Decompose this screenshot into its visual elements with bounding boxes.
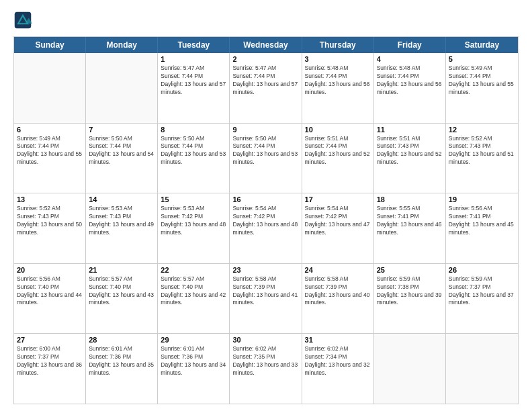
day-number: 19 xyxy=(449,195,515,203)
calendar-day-header: Saturday xyxy=(446,37,518,53)
day-number: 5 xyxy=(449,55,515,63)
day-number: 3 xyxy=(305,55,371,63)
calendar-day-cell: 5 Sunrise: 5:49 AMSunset: 7:44 PMDayligh… xyxy=(446,53,518,123)
day-number: 6 xyxy=(17,126,83,134)
calendar-day-cell: 31 Sunrise: 6:02 AMSunset: 7:34 PMDaylig… xyxy=(302,334,374,404)
day-info: Sunrise: 5:47 AMSunset: 7:44 PMDaylight:… xyxy=(161,64,226,97)
calendar-empty-cell xyxy=(14,53,86,123)
day-number: 28 xyxy=(89,336,154,344)
day-info: Sunrise: 5:57 AMSunset: 7:40 PMDaylight:… xyxy=(161,275,226,308)
day-info: Sunrise: 5:56 AMSunset: 7:40 PMDaylight:… xyxy=(17,275,83,308)
day-number: 22 xyxy=(161,266,226,274)
calendar-day-cell: 23 Sunrise: 5:58 AMSunset: 7:39 PMDaylig… xyxy=(230,264,302,334)
calendar-day-cell: 22 Sunrise: 5:57 AMSunset: 7:40 PMDaylig… xyxy=(158,264,230,334)
calendar-day-cell: 9 Sunrise: 5:50 AMSunset: 7:44 PMDayligh… xyxy=(230,124,302,193)
logo-icon xyxy=(13,11,32,30)
day-number: 12 xyxy=(449,126,515,134)
calendar-empty-cell xyxy=(86,53,158,123)
day-info: Sunrise: 5:50 AMSunset: 7:44 PMDaylight:… xyxy=(89,135,154,167)
day-number: 7 xyxy=(89,126,154,134)
calendar-day-cell: 24 Sunrise: 5:58 AMSunset: 7:39 PMDaylig… xyxy=(302,264,374,334)
calendar-week: 1 Sunrise: 5:47 AMSunset: 7:44 PMDayligh… xyxy=(14,53,518,124)
calendar-day-header: Monday xyxy=(86,37,158,53)
calendar-header: SundayMondayTuesdayWednesdayThursdayFrid… xyxy=(14,37,518,53)
calendar-day-cell: 18 Sunrise: 5:55 AMSunset: 7:41 PMDaylig… xyxy=(374,193,446,263)
day-info: Sunrise: 5:51 AMSunset: 7:44 PMDaylight:… xyxy=(305,135,371,167)
day-info: Sunrise: 6:02 AMSunset: 7:34 PMDaylight:… xyxy=(305,345,371,377)
header xyxy=(13,11,519,30)
calendar-day-cell: 30 Sunrise: 6:02 AMSunset: 7:35 PMDaylig… xyxy=(230,334,302,404)
day-number: 23 xyxy=(232,266,298,274)
day-number: 24 xyxy=(305,266,371,274)
calendar-day-cell: 26 Sunrise: 5:59 AMSunset: 7:37 PMDaylig… xyxy=(446,264,518,334)
day-number: 16 xyxy=(232,195,298,203)
day-number: 10 xyxy=(305,126,371,134)
calendar-day-cell: 2 Sunrise: 5:47 AMSunset: 7:44 PMDayligh… xyxy=(230,53,302,123)
calendar-day-cell: 10 Sunrise: 5:51 AMSunset: 7:44 PMDaylig… xyxy=(302,124,374,193)
calendar-day-cell: 19 Sunrise: 5:56 AMSunset: 7:41 PMDaylig… xyxy=(446,193,518,263)
day-number: 1 xyxy=(161,55,226,63)
calendar-day-cell: 7 Sunrise: 5:50 AMSunset: 7:44 PMDayligh… xyxy=(86,124,158,193)
calendar-day-cell: 29 Sunrise: 6:01 AMSunset: 7:36 PMDaylig… xyxy=(158,334,230,404)
day-info: Sunrise: 6:00 AMSunset: 7:37 PMDaylight:… xyxy=(17,345,83,377)
day-number: 15 xyxy=(161,195,226,203)
day-info: Sunrise: 5:47 AMSunset: 7:44 PMDaylight:… xyxy=(232,64,298,97)
calendar-day-cell: 15 Sunrise: 5:53 AMSunset: 7:42 PMDaylig… xyxy=(158,193,230,263)
day-number: 2 xyxy=(232,55,298,63)
day-info: Sunrise: 5:49 AMSunset: 7:44 PMDaylight:… xyxy=(449,64,515,97)
day-number: 14 xyxy=(89,195,154,203)
calendar-week: 13 Sunrise: 5:52 AMSunset: 7:43 PMDaylig… xyxy=(14,193,518,264)
calendar-day-header: Thursday xyxy=(302,37,374,53)
day-info: Sunrise: 5:48 AMSunset: 7:44 PMDaylight:… xyxy=(377,64,443,97)
day-number: 8 xyxy=(161,126,226,134)
calendar-day-header: Sunday xyxy=(14,37,86,53)
day-info: Sunrise: 6:01 AMSunset: 7:36 PMDaylight:… xyxy=(89,345,154,377)
day-number: 26 xyxy=(449,266,515,274)
day-info: Sunrise: 5:49 AMSunset: 7:44 PMDaylight:… xyxy=(17,135,83,167)
day-info: Sunrise: 6:01 AMSunset: 7:36 PMDaylight:… xyxy=(161,345,226,377)
page: SundayMondayTuesdayWednesdayThursdayFrid… xyxy=(0,0,532,411)
calendar-day-cell: 12 Sunrise: 5:52 AMSunset: 7:43 PMDaylig… xyxy=(446,124,518,193)
day-number: 27 xyxy=(17,336,83,344)
calendar-empty-cell xyxy=(374,334,446,404)
day-number: 18 xyxy=(377,195,443,203)
calendar-day-cell: 14 Sunrise: 5:53 AMSunset: 7:43 PMDaylig… xyxy=(86,193,158,263)
day-info: Sunrise: 5:58 AMSunset: 7:39 PMDaylight:… xyxy=(232,275,298,308)
day-info: Sunrise: 6:02 AMSunset: 7:35 PMDaylight:… xyxy=(232,345,298,377)
day-number: 4 xyxy=(377,55,443,63)
day-number: 25 xyxy=(377,266,443,274)
calendar-day-header: Tuesday xyxy=(158,37,230,53)
calendar-day-cell: 27 Sunrise: 6:00 AMSunset: 7:37 PMDaylig… xyxy=(14,334,86,404)
day-info: Sunrise: 5:57 AMSunset: 7:40 PMDaylight:… xyxy=(89,275,154,308)
calendar-week: 6 Sunrise: 5:49 AMSunset: 7:44 PMDayligh… xyxy=(14,124,518,194)
day-info: Sunrise: 5:50 AMSunset: 7:44 PMDaylight:… xyxy=(232,135,298,167)
calendar-day-cell: 16 Sunrise: 5:54 AMSunset: 7:42 PMDaylig… xyxy=(230,193,302,263)
day-info: Sunrise: 5:59 AMSunset: 7:38 PMDaylight:… xyxy=(377,275,443,308)
calendar-day-cell: 3 Sunrise: 5:48 AMSunset: 7:44 PMDayligh… xyxy=(302,53,374,123)
day-number: 30 xyxy=(232,336,298,344)
day-info: Sunrise: 5:52 AMSunset: 7:43 PMDaylight:… xyxy=(17,205,83,237)
calendar-day-cell: 21 Sunrise: 5:57 AMSunset: 7:40 PMDaylig… xyxy=(86,264,158,334)
day-info: Sunrise: 5:54 AMSunset: 7:42 PMDaylight:… xyxy=(305,205,371,237)
calendar-day-cell: 11 Sunrise: 5:51 AMSunset: 7:43 PMDaylig… xyxy=(374,124,446,193)
day-number: 11 xyxy=(377,126,443,134)
calendar-day-cell: 28 Sunrise: 6:01 AMSunset: 7:36 PMDaylig… xyxy=(86,334,158,404)
day-info: Sunrise: 5:52 AMSunset: 7:43 PMDaylight:… xyxy=(449,135,515,167)
calendar-empty-cell xyxy=(446,334,518,404)
day-info: Sunrise: 5:54 AMSunset: 7:42 PMDaylight:… xyxy=(232,205,298,237)
day-number: 17 xyxy=(305,195,371,203)
day-number: 29 xyxy=(161,336,226,344)
day-number: 9 xyxy=(232,126,298,134)
calendar-day-header: Friday xyxy=(374,37,446,53)
day-info: Sunrise: 5:51 AMSunset: 7:43 PMDaylight:… xyxy=(377,135,443,167)
day-info: Sunrise: 5:53 AMSunset: 7:42 PMDaylight:… xyxy=(161,205,226,237)
calendar-day-cell: 20 Sunrise: 5:56 AMSunset: 7:40 PMDaylig… xyxy=(14,264,86,334)
day-number: 20 xyxy=(17,266,83,274)
day-info: Sunrise: 5:56 AMSunset: 7:41 PMDaylight:… xyxy=(449,205,515,237)
day-number: 13 xyxy=(17,195,83,203)
day-info: Sunrise: 5:59 AMSunset: 7:37 PMDaylight:… xyxy=(449,275,515,308)
day-number: 31 xyxy=(305,336,371,344)
calendar-day-cell: 6 Sunrise: 5:49 AMSunset: 7:44 PMDayligh… xyxy=(14,124,86,193)
day-number: 21 xyxy=(89,266,154,274)
calendar-day-cell: 4 Sunrise: 5:48 AMSunset: 7:44 PMDayligh… xyxy=(374,53,446,123)
